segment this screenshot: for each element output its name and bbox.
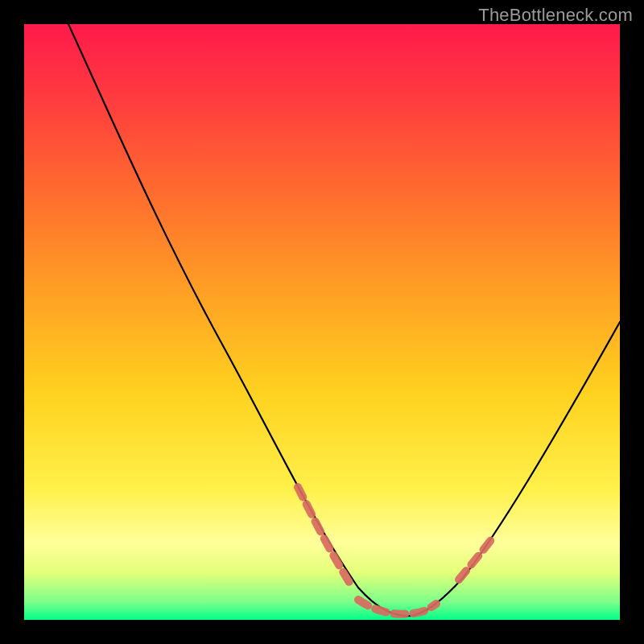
right-sweet-spot-dashes [459,538,493,580]
left-sweet-spot-dashes [298,487,350,584]
bottleneck-curve [68,24,620,616]
plot-area [24,24,620,620]
outer-frame: TheBottleneck.com [0,0,644,644]
watermark-text: TheBottleneck.com [478,5,633,26]
curve-svg [24,24,620,620]
valley-dashes [358,600,436,614]
